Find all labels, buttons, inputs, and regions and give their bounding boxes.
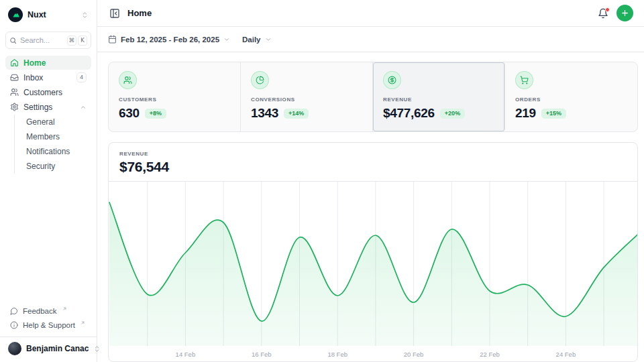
new-item-button[interactable] [616, 5, 633, 21]
chart-label: REVENUE [119, 151, 627, 157]
dashboard-content: CUSTOMERS 630 +8% CONVERSIONS 1343 +14% [97, 52, 638, 362]
stat-card-orders[interactable]: ORDERS 219 +15% [505, 62, 637, 131]
stat-delta-badge: +8% [145, 109, 166, 119]
search-icon [9, 37, 17, 44]
revenue-chart-card: REVENUE $76,544 14 Feb16 Feb18 Feb20 Feb… [108, 142, 638, 362]
notifications-button[interactable] [596, 7, 610, 20]
search-shortcut: ⌘ K [67, 36, 88, 46]
page-title: Home [127, 8, 152, 18]
chevrons-up-down-icon [81, 11, 89, 19]
sidebar-item-label: Security [26, 162, 55, 171]
stat-value: $477,626 [383, 106, 435, 121]
user-menu[interactable]: Benjamin Canac [5, 337, 91, 357]
sidebar-item-home[interactable]: Home [5, 56, 91, 70]
sidebar-item-label: Home [23, 58, 46, 68]
chevron-up-icon [80, 104, 87, 111]
kbd-cmd: ⌘ [67, 36, 77, 46]
stat-delta-badge: +20% [440, 109, 465, 119]
user-avatar [8, 342, 21, 355]
stat-label: ORDERS [515, 97, 627, 103]
stat-value: 219 [515, 106, 536, 121]
svg-text:24 Feb: 24 Feb [556, 351, 576, 358]
topbar: Home [97, 0, 644, 27]
user-name: Benjamin Canac [26, 344, 89, 353]
sidebar-collapse-button[interactable] [108, 7, 121, 20]
feedback-label: Feedback [23, 307, 57, 315]
search-input[interactable]: Search... ⌘ K [5, 32, 91, 49]
dollar-circle-icon [383, 71, 401, 89]
sidebar: Nuxt Search... ⌘ K Home [0, 0, 97, 362]
sidebar-item-settings[interactable]: Settings [5, 100, 91, 114]
chart-plot-area: 14 Feb16 Feb18 Feb20 Feb22 Feb24 Feb [109, 182, 637, 361]
filter-toolbar: Feb 12, 2025 - Feb 26, 2025 Daily [97, 27, 644, 52]
date-range-button[interactable]: Feb 12, 2025 - Feb 26, 2025 [108, 35, 230, 44]
sidebar-item-settings-general[interactable]: General [23, 115, 91, 129]
notification-dot [605, 7, 610, 12]
workspace-name: Nuxt [28, 10, 46, 19]
external-link-icon [80, 318, 85, 326]
sidebar-item-customers[interactable]: Customers [5, 85, 91, 99]
date-range-label: Feb 12, 2025 - Feb 26, 2025 [121, 36, 219, 44]
chart-header: REVENUE $76,544 [109, 143, 637, 182]
info-circle-icon [10, 321, 18, 329]
search-placeholder: Search... [20, 36, 50, 44]
gear-icon [10, 103, 19, 111]
stat-card-revenue[interactable]: REVENUE $477,626 +20% [373, 62, 505, 131]
message-circle-icon [10, 307, 18, 315]
period-select[interactable]: Daily [242, 36, 272, 44]
sidebar-item-label: Inbox [23, 73, 43, 82]
sidebar-item-settings-notifications[interactable]: Notifications [23, 144, 91, 158]
users-icon [119, 71, 137, 89]
inbox-count-badge: 4 [76, 72, 87, 82]
chart-total-value: $76,544 [119, 159, 627, 175]
main-area: Home Feb 12, 2025 - Feb 26, 2025 [97, 0, 644, 362]
sidebar-item-label: General [26, 117, 55, 127]
stat-value: 1343 [251, 106, 278, 121]
chevron-down-icon [223, 36, 230, 43]
settings-subnav: General Members Notifications Security [14, 115, 91, 173]
chart-pie-icon [251, 71, 269, 89]
svg-text:16 Feb: 16 Feb [252, 351, 272, 358]
svg-text:18 Feb: 18 Feb [327, 351, 347, 358]
calendar-icon [108, 35, 117, 44]
help-support-label: Help & Support [23, 321, 75, 329]
external-link-icon [62, 304, 67, 312]
inbox-icon [10, 73, 19, 82]
svg-text:20 Feb: 20 Feb [404, 351, 424, 358]
stat-label: CONVERSIONS [251, 97, 362, 103]
users-icon [10, 88, 19, 97]
sidebar-item-label: Settings [23, 103, 52, 112]
stat-delta-badge: +15% [541, 109, 566, 119]
workspace-switcher[interactable]: Nuxt [5, 5, 91, 24]
sidebar-item-settings-security[interactable]: Security [23, 159, 91, 173]
sidebar-item-label: Customers [23, 88, 62, 97]
app-root: Nuxt Search... ⌘ K Home [0, 0, 644, 362]
sidebar-item-inbox[interactable]: Inbox 4 [5, 70, 91, 84]
topbar-actions [596, 5, 633, 21]
sidebar-item-settings-members[interactable]: Members [23, 129, 91, 143]
stat-label: CUSTOMERS [119, 97, 230, 103]
feedback-link[interactable]: Feedback [5, 304, 91, 318]
period-label: Daily [242, 36, 261, 44]
stats-row: CUSTOMERS 630 +8% CONVERSIONS 1343 +14% [108, 62, 638, 132]
help-support-link[interactable]: Help & Support [5, 318, 91, 332]
nuxt-logo [8, 7, 23, 22]
home-icon [10, 58, 19, 67]
sidebar-nav: Home Inbox 4 Customers Settings [5, 56, 91, 173]
stat-label: REVENUE [383, 97, 494, 103]
stat-card-conversions[interactable]: CONVERSIONS 1343 +14% [241, 62, 373, 131]
stat-card-customers[interactable]: CUSTOMERS 630 +8% [109, 62, 241, 131]
sidebar-item-label: Members [26, 132, 60, 141]
kbd-k: K [78, 36, 87, 46]
chevron-down-icon [265, 36, 272, 43]
shopping-cart-icon [515, 71, 533, 89]
revenue-chart[interactable]: 14 Feb16 Feb18 Feb20 Feb22 Feb24 Feb [109, 182, 637, 361]
svg-text:22 Feb: 22 Feb [480, 351, 500, 358]
stat-value: 630 [119, 106, 140, 121]
svg-text:14 Feb: 14 Feb [176, 351, 196, 358]
stat-delta-badge: +14% [284, 109, 309, 119]
sidebar-item-label: Notifications [26, 147, 70, 156]
